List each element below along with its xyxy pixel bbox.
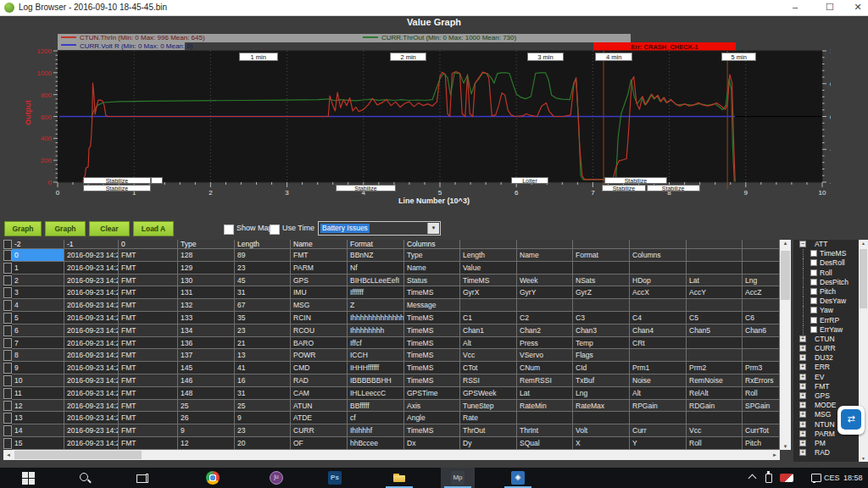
table-cell[interactable]: Chan3 bbox=[573, 324, 630, 337]
table-cell[interactable]: 2016-09-23 14:2... bbox=[64, 387, 119, 400]
table-cell[interactable]: 2016-09-23 14:2... bbox=[64, 299, 119, 312]
table-cell[interactable]: Lat bbox=[517, 387, 573, 400]
table-cell[interactable]: CTot bbox=[460, 362, 517, 374]
table-cell[interactable]: Curr bbox=[630, 424, 687, 437]
table-cell[interactable]: 12 bbox=[12, 400, 64, 413]
expand-icon[interactable]: + bbox=[799, 392, 806, 399]
table-cell[interactable]: Dx bbox=[404, 437, 460, 450]
table-cell[interactable]: FMT bbox=[119, 424, 178, 437]
table-cell[interactable]: OF bbox=[291, 437, 348, 450]
table-cell[interactable]: 2016-09-23 14:2... bbox=[64, 312, 119, 324]
table-cell[interactable]: 13 bbox=[12, 412, 64, 424]
table-cell[interactable]: AccX bbox=[630, 286, 687, 299]
taskbar-button-photo-app[interactable]: Ps bbox=[318, 468, 352, 488]
taskbar-button-task-view[interactable] bbox=[125, 468, 159, 488]
expand-icon[interactable]: + bbox=[799, 449, 806, 456]
row-header[interactable] bbox=[3, 325, 12, 336]
taskbar-button-media-app[interactable]: ju bbox=[259, 468, 293, 488]
table-cell[interactable]: BIHBcLLeeEefI bbox=[348, 274, 404, 287]
tree-field-DesYaw[interactable]: DesYaw bbox=[820, 297, 846, 306]
table-cell[interactable]: 145 bbox=[178, 362, 235, 374]
tree-node-ATT[interactable]: ATT bbox=[815, 240, 827, 249]
tree-field-Yaw[interactable]: Yaw bbox=[820, 306, 833, 315]
table-cell[interactable]: 7 bbox=[12, 337, 64, 350]
table-cell[interactable]: Chan1 bbox=[460, 324, 517, 337]
table-cell[interactable]: 2016-09-23 14:2... bbox=[64, 337, 119, 350]
expand-icon[interactable]: + bbox=[799, 421, 806, 428]
table-cell[interactable]: 128 bbox=[178, 249, 235, 262]
table-cell[interactable]: FMT bbox=[119, 362, 178, 374]
table-cell[interactable]: VServo bbox=[517, 349, 573, 362]
table-cell[interactable] bbox=[630, 349, 687, 362]
table-cell[interactable]: 2 bbox=[12, 274, 64, 287]
field-checkbox-DesRoll[interactable] bbox=[810, 259, 817, 266]
table-cell[interactable]: GPS bbox=[291, 274, 348, 287]
column-header[interactable] bbox=[517, 240, 573, 249]
row-header[interactable] bbox=[3, 350, 12, 361]
table-cell[interactable]: FMT bbox=[119, 249, 178, 262]
table-cell[interactable] bbox=[687, 299, 743, 312]
table-cell[interactable]: TimeMS bbox=[460, 274, 517, 287]
table-cell[interactable] bbox=[687, 249, 743, 262]
table-cell[interactable]: IHHHffffff bbox=[348, 362, 404, 374]
table-cell[interactable]: Iffffff bbox=[348, 286, 404, 299]
taskbar-button-search[interactable] bbox=[68, 468, 102, 488]
table-cell[interactable]: 0 bbox=[12, 249, 64, 262]
table-cell[interactable] bbox=[460, 299, 517, 312]
table-cell[interactable]: TimeMS bbox=[404, 324, 460, 337]
table-cell[interactable]: 31 bbox=[235, 387, 291, 400]
tree-node-FMT[interactable]: FMT bbox=[815, 382, 829, 391]
table-cell[interactable]: 67 bbox=[235, 299, 291, 312]
tree-node-MODE[interactable]: MODE bbox=[815, 401, 837, 410]
table-cell[interactable] bbox=[517, 262, 573, 274]
table-cell[interactable]: CNum bbox=[517, 362, 573, 374]
column-header[interactable]: -1 bbox=[64, 240, 119, 249]
column-header[interactable]: Length bbox=[235, 240, 291, 249]
preset-graph-dropdown[interactable]: Battery Issues ▼ bbox=[318, 221, 441, 236]
table-cell[interactable]: Vcc bbox=[460, 349, 517, 362]
expand-icon[interactable]: + bbox=[799, 345, 806, 352]
table-cell[interactable]: Alt bbox=[460, 337, 517, 350]
row-header[interactable] bbox=[3, 438, 12, 449]
tree-scroll-down-icon[interactable]: ▼ bbox=[859, 456, 868, 461]
maximize-button[interactable]: ☐ bbox=[815, 0, 844, 15]
tree-node-GPS[interactable]: GPS bbox=[815, 391, 830, 401]
table-cell[interactable]: 9 bbox=[12, 362, 64, 374]
table-cell[interactable]: C1 bbox=[460, 312, 517, 324]
taskbar-button-start[interactable] bbox=[12, 468, 46, 488]
table-cell[interactable]: C4 bbox=[630, 312, 687, 324]
table-cell[interactable]: Nf bbox=[348, 262, 404, 274]
table-cell[interactable] bbox=[573, 299, 630, 312]
table-cell[interactable]: ATDE bbox=[291, 412, 348, 424]
table-cell[interactable]: 11 bbox=[12, 387, 64, 400]
table-cell[interactable]: RxErrors bbox=[743, 374, 780, 387]
table-cell[interactable] bbox=[687, 262, 743, 274]
table-cell[interactable]: 134 bbox=[178, 324, 235, 337]
row-header[interactable] bbox=[3, 287, 12, 298]
table-cell[interactable]: FMT bbox=[119, 324, 178, 337]
column-header[interactable]: Name bbox=[291, 240, 348, 249]
table-cell[interactable]: 10 bbox=[12, 374, 64, 387]
table-cell[interactable]: 3 bbox=[12, 286, 64, 299]
table-cell[interactable]: GPSTime bbox=[404, 387, 460, 400]
tree-field-DesRoll[interactable]: DesRoll bbox=[820, 258, 845, 268]
table-cell[interactable]: Prm3 bbox=[743, 362, 780, 374]
table-cell[interactable]: RCIN bbox=[291, 312, 348, 324]
table-cell[interactable]: Ihhhhhhhhhhhhhh bbox=[348, 312, 404, 324]
row-header[interactable] bbox=[3, 263, 12, 274]
table-cell[interactable]: 9 bbox=[235, 412, 291, 424]
table-cell[interactable]: 2016-09-23 14:2... bbox=[64, 412, 119, 424]
table-cell[interactable]: FMT bbox=[119, 337, 178, 350]
row-header[interactable] bbox=[3, 275, 12, 286]
expand-icon[interactable]: + bbox=[799, 383, 806, 390]
scroll-left-icon[interactable]: ◄ bbox=[4, 450, 13, 460]
table-cell[interactable]: TimeMS bbox=[404, 374, 460, 387]
table-cell[interactable]: Lng bbox=[743, 274, 780, 287]
expand-icon[interactable]: + bbox=[799, 430, 806, 437]
tree-node-RAD[interactable]: RAD bbox=[815, 448, 830, 458]
table-cell[interactable]: RCOU bbox=[291, 324, 348, 337]
tree-field-Roll[interactable]: Roll bbox=[820, 269, 832, 278]
table-cell[interactable]: FMT bbox=[119, 437, 178, 450]
table-cell[interactable]: 2016-09-23 14:2... bbox=[64, 400, 119, 413]
table-cell[interactable]: FMT bbox=[119, 286, 178, 299]
